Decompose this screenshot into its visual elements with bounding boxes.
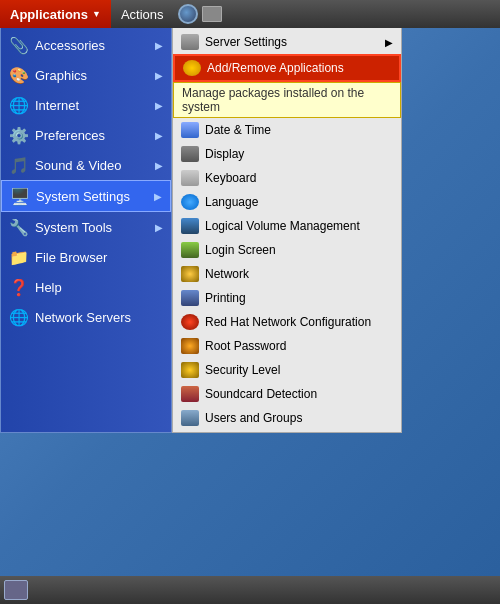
login-label: Login Screen [205,243,276,257]
sidebar-item-system-settings[interactable]: 🖥️ System Settings ▶ [1,180,171,212]
taskbar-bottom-icon[interactable] [4,580,28,600]
sidebar-item-file-browser[interactable]: 📁 File Browser [1,242,171,272]
globe-icon [178,4,198,24]
add-remove-tooltip: Manage packages installed on the system [173,82,401,118]
rootpw-icon [181,338,199,354]
sound-video-label: Sound & Video [35,158,122,173]
sidebar-item-network-servers[interactable]: 🌐 Network Servers [1,302,171,332]
add-remove-label: Add/Remove Applications [207,61,344,75]
add-remove-icon [183,60,201,76]
soundcard-label: Soundcard Detection [205,387,317,401]
accessories-arrow: ▶ [155,40,163,51]
language-icon [181,194,199,210]
rootpw-label: Root Password [205,339,286,353]
security-label: Security Level [205,363,280,377]
sound-video-arrow: ▶ [155,160,163,171]
internet-icon: 🌐 [9,95,29,115]
security-icon [181,362,199,378]
file-browser-icon: 📁 [9,247,29,267]
internet-arrow: ▶ [155,100,163,111]
submenu-rootpw[interactable]: Root Password [173,334,401,358]
internet-label: Internet [35,98,79,113]
tooltip-text: Manage packages installed on the system [182,86,364,114]
server-settings-icon [181,34,199,50]
submenu-redhat[interactable]: Red Hat Network Configuration [173,310,401,334]
graphics-label: Graphics [35,68,87,83]
submenu-users[interactable]: Users and Groups [173,406,401,430]
login-icon [181,242,199,258]
monitor-icon [202,6,222,22]
display-label: Display [205,147,244,161]
applications-menu-button[interactable]: Applications ▼ [0,0,111,28]
submenu-language[interactable]: Language [173,190,401,214]
datetime-icon [181,122,199,138]
taskbar-bottom [0,576,500,604]
users-icon [181,410,199,426]
system-tools-icon: 🔧 [9,217,29,237]
accessories-label: Accessories [35,38,105,53]
sidebar-item-internet[interactable]: 🌐 Internet ▶ [1,90,171,120]
actions-menu-button[interactable]: Actions [111,0,174,28]
desktop: Applications ▼ Actions 📦 VMware- server-… [0,0,500,604]
submenu-keyboard[interactable]: Keyboard [173,166,401,190]
file-browser-label: File Browser [35,250,107,265]
taskbar-icons [178,4,222,24]
soundcard-icon [181,386,199,402]
server-settings-arrow: ▶ [385,37,393,48]
graphics-arrow: ▶ [155,70,163,81]
sidebar-item-help[interactable]: ❓ Help [1,272,171,302]
system-settings-arrow: ▶ [154,191,162,202]
keyboard-label: Keyboard [205,171,256,185]
datetime-label: Date & Time [205,123,271,137]
applications-menu: 📎 Accessories ▶ 🎨 Graphics ▶ 🌐 Internet … [0,28,172,433]
submenu-server-settings[interactable]: Server Settings ▶ [173,30,401,54]
graphics-icon: 🎨 [9,65,29,85]
submenu-lvm[interactable]: Logical Volume Management [173,214,401,238]
help-icon: ❓ [9,277,29,297]
sidebar-item-graphics[interactable]: 🎨 Graphics ▶ [1,60,171,90]
lvm-icon [181,218,199,234]
language-label: Language [205,195,258,209]
preferences-label: Preferences [35,128,105,143]
submenu-add-remove[interactable]: Add/Remove Applications [173,54,401,82]
preferences-arrow: ▶ [155,130,163,141]
submenu-network[interactable]: Network [173,262,401,286]
server-settings-label: Server Settings [205,35,287,49]
users-label: Users and Groups [205,411,302,425]
display-icon [181,146,199,162]
help-label: Help [35,280,62,295]
accessories-icon: 📎 [9,35,29,55]
printing-icon [181,290,199,306]
submenu-datetime[interactable]: Date & Time [173,118,401,142]
system-tools-arrow: ▶ [155,222,163,233]
sidebar-item-sound-video[interactable]: 🎵 Sound & Video ▶ [1,150,171,180]
lvm-label: Logical Volume Management [205,219,360,233]
applications-arrow-icon: ▼ [92,9,101,19]
keyboard-icon [181,170,199,186]
sound-video-icon: 🎵 [9,155,29,175]
preferences-icon: ⚙️ [9,125,29,145]
sidebar-item-accessories[interactable]: 📎 Accessories ▶ [1,30,171,60]
sidebar-item-preferences[interactable]: ⚙️ Preferences ▶ [1,120,171,150]
network-label: Network [205,267,249,281]
system-tools-label: System Tools [35,220,112,235]
actions-label: Actions [121,7,164,22]
redhat-label: Red Hat Network Configuration [205,315,371,329]
network-servers-icon: 🌐 [9,307,29,327]
submenu-soundcard[interactable]: Soundcard Detection [173,382,401,406]
submenu-security[interactable]: Security Level [173,358,401,382]
system-settings-label: System Settings [36,189,130,204]
printing-label: Printing [205,291,246,305]
submenu-login[interactable]: Login Screen [173,238,401,262]
redhat-icon [181,314,199,330]
taskbar: Applications ▼ Actions [0,0,500,28]
network-icon [181,266,199,282]
submenu-display[interactable]: Display [173,142,401,166]
applications-label: Applications [10,7,88,22]
submenu-printing[interactable]: Printing [173,286,401,310]
sidebar-item-system-tools[interactable]: 🔧 System Tools ▶ [1,212,171,242]
system-settings-icon: 🖥️ [10,186,30,206]
menu-container: 📎 Accessories ▶ 🎨 Graphics ▶ 🌐 Internet … [0,28,402,433]
system-settings-submenu: Server Settings ▶ Add/Remove Application… [172,28,402,433]
network-servers-label: Network Servers [35,310,131,325]
